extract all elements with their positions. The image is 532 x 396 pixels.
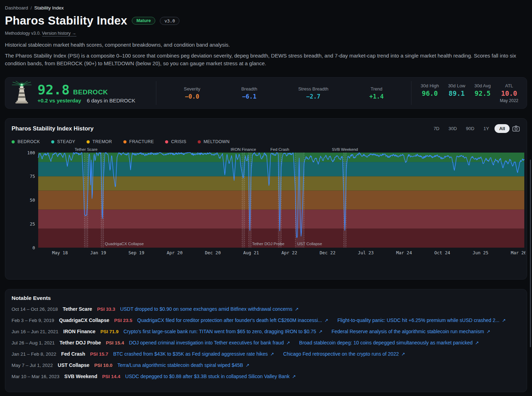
chart-area: Tether ScareQuadrigaCX CollapseIRON Fina… <box>16 148 520 259</box>
event-row: May 7 – Jul 1, 2022 UST Collapse PSI 10.… <box>12 362 520 374</box>
stat-value: 96.0 <box>422 89 438 97</box>
external-link-arrow-icon: ↗ <box>270 351 274 357</box>
time-range-selector: 7D30D90D1YAll <box>430 124 510 133</box>
event-name: IRON Finance <box>63 329 96 334</box>
metric-label: Breadth <box>241 86 257 92</box>
stat-value: 92.5 <box>475 89 491 97</box>
event-annotation-label: Tether Scare <box>75 148 97 152</box>
event-psi-value: PSI 33.3 <box>97 307 115 312</box>
x-axis-tick: Mar 24 <box>396 250 412 255</box>
notable-events-title: Notable Events <box>12 295 520 301</box>
event-links: DOJ opened criminal investigation into T… <box>129 340 479 345</box>
x-axis-tick: Apr 22 <box>281 250 297 255</box>
event-psi-value: PSI 71.9 <box>100 329 118 334</box>
title-row: Pharos Stability Index Mature v3.0 <box>5 14 527 27</box>
legend-label: BEDROCK <box>18 139 40 144</box>
x-axis-tick: Oct 24 <box>434 250 450 255</box>
camera-button[interactable] <box>512 126 520 132</box>
event-annotation-label: Fed Crash <box>270 148 289 152</box>
range-button[interactable]: 1Y <box>480 124 492 133</box>
stat-label: 30d Avg <box>475 83 491 88</box>
legend-item: TREMOR <box>87 139 112 144</box>
component-metrics: Severity −0.0 Breadth −6.1 Stress Breadt… <box>156 86 411 100</box>
event-dates: Mar 10 – Mar 16, 2023 <box>12 374 60 379</box>
breadcrumb-dashboard[interactable]: Dashboard <box>5 5 28 11</box>
external-link-arrow-icon: ↗ <box>246 363 250 368</box>
legend-label: CRISIS <box>171 139 186 144</box>
event-annotation-label: UST Collapse <box>297 242 322 246</box>
range-stat: 30d Low 89.1 <box>448 83 465 103</box>
event-link[interactable]: BTC crashed from $43K to $35K as Fed sig… <box>113 351 274 357</box>
x-axis-tick: May 18 <box>52 250 68 255</box>
version-history-link[interactable]: Version history → <box>42 31 76 36</box>
event-links: Crypto's first large-scale bank run: TIT… <box>123 329 490 334</box>
event-annotation-label: SVB Weekend <box>332 148 358 152</box>
range-stat: ATL 10.0 May 2022 <box>500 83 518 103</box>
x-axis-tick: Sep 19 <box>129 250 144 255</box>
range-button[interactable]: 30D <box>445 124 461 133</box>
score-streak: 6 days in BEDROCK <box>87 98 135 103</box>
legend-dot-icon <box>12 140 15 143</box>
event-row: Oct 14 – Oct 26, 2018 Tether Scare PSI 3… <box>12 306 520 317</box>
range-button[interactable]: All <box>495 124 510 133</box>
range-button[interactable]: 7D <box>430 124 443 133</box>
event-dates: May 7 – Jul 1, 2022 <box>12 363 53 368</box>
event-row: Jun 16 – Jun 21, 2021 IRON Finance PSI 7… <box>12 329 520 340</box>
range-stat: 30d Avg 92.5 <box>475 83 491 103</box>
range-stat: 30d High 96.0 <box>421 83 439 103</box>
event-dates: Oct 14 – Oct 26, 2018 <box>12 307 58 312</box>
event-link[interactable]: USDT dropped to $0.90 on some exchanges … <box>120 306 299 312</box>
external-link-arrow-icon: ↗ <box>292 374 296 379</box>
event-link[interactable]: DOJ opened criminal investigation into T… <box>129 340 290 345</box>
legend-item: FRACTURE <box>123 139 154 144</box>
event-dates: Feb 3 – Feb 9, 2019 <box>12 318 54 323</box>
y-axis-tick: 25 <box>30 221 35 227</box>
metric-label: Severity <box>184 86 200 92</box>
event-link[interactable]: Terra/Luna algorithmic stablecoin death … <box>117 362 250 368</box>
event-annotation-label: IRON Finance <box>231 148 256 152</box>
stat-value: 10.0 <box>501 89 517 97</box>
event-link[interactable]: QuadrigaCX filed for creditor protection… <box>137 317 328 323</box>
event-link[interactable]: Flight-to-quality panic: USDC hit +6.25%… <box>337 317 506 323</box>
legend-item: STEADY <box>51 139 75 144</box>
legend-label: FRACTURE <box>129 139 154 144</box>
event-link[interactable]: Chicago Fed retrospective on the crypto … <box>283 351 405 357</box>
external-link-arrow-icon: ↗ <box>319 329 322 334</box>
external-link-arrow-icon: ↗ <box>475 340 479 345</box>
event-link[interactable]: Federal Reserve analysis of the algorith… <box>332 329 490 334</box>
psi-history-chart[interactable]: Tether ScareQuadrigaCX CollapseIRON Fina… <box>16 148 525 258</box>
stat-sub-label: May 2022 <box>500 98 518 103</box>
chart-card: Pharos Stability Index History 7D30D90D1… <box>5 118 527 280</box>
event-link[interactable]: Crypto's first large-scale bank run: TIT… <box>123 329 322 334</box>
component-metric: Severity −0.0 <box>184 86 200 100</box>
x-axis-tick: Aug 21 <box>243 250 259 255</box>
event-dates: Jan 21 – Feb 8, 2022 <box>12 351 56 357</box>
metric-value: −6.1 <box>242 93 257 100</box>
event-link-text: Crypto's first large-scale bank run: TIT… <box>123 329 316 334</box>
range-stats: 30d High 96.0 30d Low 89.1 30d Avg 92.5 … <box>411 83 518 103</box>
y-axis-tick: 0 <box>32 245 35 250</box>
x-axis-tick: Jan 19 <box>90 250 106 255</box>
legend-label: STEADY <box>57 139 75 144</box>
scrollbar-thumb[interactable] <box>530 160 531 347</box>
lighthouse-icon <box>12 81 32 105</box>
x-axis-tick: Dec 20 <box>205 250 221 255</box>
event-link-text: USDC depegged to $0.88 after $3.3B stuck… <box>125 374 289 379</box>
external-link-arrow-icon: ↗ <box>325 318 328 323</box>
event-link-text: USDT dropped to $0.90 on some exchanges … <box>120 306 293 312</box>
event-link-text: Terra/Luna algorithmic stablecoin death … <box>117 362 243 368</box>
event-link-text: BTC crashed from $43K to $35K as Fed sig… <box>113 351 268 357</box>
event-row: Mar 10 – Mar 16, 2023 SVB Weekend PSI 14… <box>12 374 520 385</box>
event-row: Jul 26 – Aug 1, 2021 Tether DOJ Probe PS… <box>12 340 520 351</box>
metric-label: Trend <box>371 86 382 92</box>
chart-title: Pharos Stability Index History <box>12 125 94 132</box>
legend-dot-icon <box>198 140 201 143</box>
event-links: Terra/Luna algorithmic stablecoin death … <box>117 362 250 368</box>
event-link[interactable]: USDC depegged to $0.88 after $3.3B stuck… <box>125 374 296 379</box>
event-link[interactable]: Broad stablecoin depeg: 10 coins depegge… <box>299 340 479 345</box>
breadcrumb-separator: / <box>30 5 32 11</box>
event-link-text: QuadrigaCX filed for creditor protection… <box>137 317 322 323</box>
camera-icon <box>512 126 520 132</box>
range-button[interactable]: 90D <box>463 124 478 133</box>
external-link-arrow-icon: ↗ <box>502 318 506 323</box>
